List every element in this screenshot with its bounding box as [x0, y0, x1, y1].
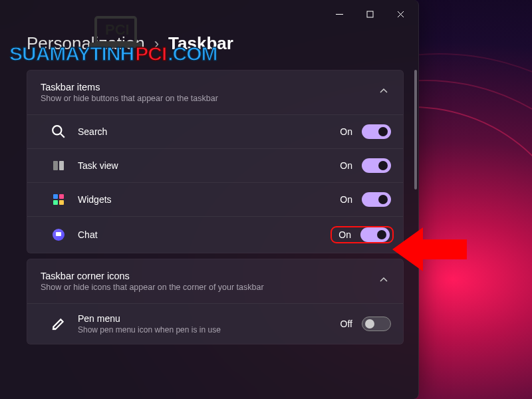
maximize-button[interactable]: [354, 3, 385, 25]
svg-point-4: [53, 126, 61, 134]
row-label: Chat: [78, 229, 331, 240]
row-chat: Chat On: [27, 216, 403, 253]
pen-icon: [51, 317, 66, 331]
row-label: Widgets: [78, 194, 340, 205]
corner-icons-card: Taskbar corner icons Show or hide icons …: [27, 259, 404, 344]
widgets-toggle[interactable]: [362, 192, 391, 207]
row-task-view: Task view On: [27, 148, 403, 182]
close-button[interactable]: [385, 3, 416, 25]
scrollbar[interactable]: [414, 70, 417, 190]
taskbar-items-header[interactable]: Taskbar items Show or hide buttons that …: [27, 70, 403, 114]
widgets-icon: [51, 192, 66, 207]
pen-menu-toggle[interactable]: [362, 317, 391, 331]
corner-icons-header[interactable]: Taskbar corner icons Show or hide icons …: [27, 259, 403, 303]
toggle-status: On: [338, 229, 351, 240]
breadcrumb: Personalization › Taskbar: [0, 28, 418, 70]
minimize-button[interactable]: [324, 3, 354, 25]
chevron-up-icon: [379, 86, 388, 98]
row-label: Task view: [78, 160, 340, 171]
svg-rect-1: [367, 11, 373, 17]
taskbar-items-card: Taskbar items Show or hide buttons that …: [27, 70, 404, 253]
chat-icon: [51, 227, 66, 242]
content-area: Taskbar items Show or hide buttons that …: [0, 70, 418, 399]
search-icon: [51, 124, 66, 139]
page-title: Taskbar: [168, 33, 233, 54]
row-widgets: Widgets On: [27, 182, 403, 216]
annotation-highlight: On: [331, 226, 394, 243]
section-subtitle: Show or hide buttons that appear on the …: [41, 94, 218, 103]
task-view-toggle[interactable]: [362, 158, 391, 173]
chat-toggle[interactable]: [360, 227, 390, 242]
breadcrumb-parent[interactable]: Personalization: [27, 33, 145, 54]
chevron-right-icon: ›: [154, 35, 159, 53]
row-label: Pen menu: [78, 313, 340, 324]
row-search: Search On: [27, 114, 403, 148]
toggle-status: On: [340, 126, 352, 137]
window-titlebar: [0, 0, 418, 28]
toggle-status: On: [340, 194, 352, 205]
toggle-status: On: [340, 160, 352, 171]
row-pen-menu: Pen menu Show pen menu icon when pen is …: [27, 303, 403, 344]
row-sublabel: Show pen menu icon when pen is in use: [78, 325, 340, 334]
search-toggle[interactable]: [362, 124, 391, 139]
section-title: Taskbar items: [41, 82, 218, 92]
toggle-status: Off: [340, 319, 352, 329]
section-subtitle: Show or hide icons that appear on the co…: [41, 283, 264, 292]
task-view-icon: [51, 158, 66, 173]
section-title: Taskbar corner icons: [41, 271, 264, 281]
chevron-up-icon: [379, 275, 388, 287]
row-label: Search: [78, 126, 340, 137]
settings-window: Personalization › Taskbar Taskbar items …: [0, 0, 419, 399]
svg-line-5: [61, 134, 65, 138]
